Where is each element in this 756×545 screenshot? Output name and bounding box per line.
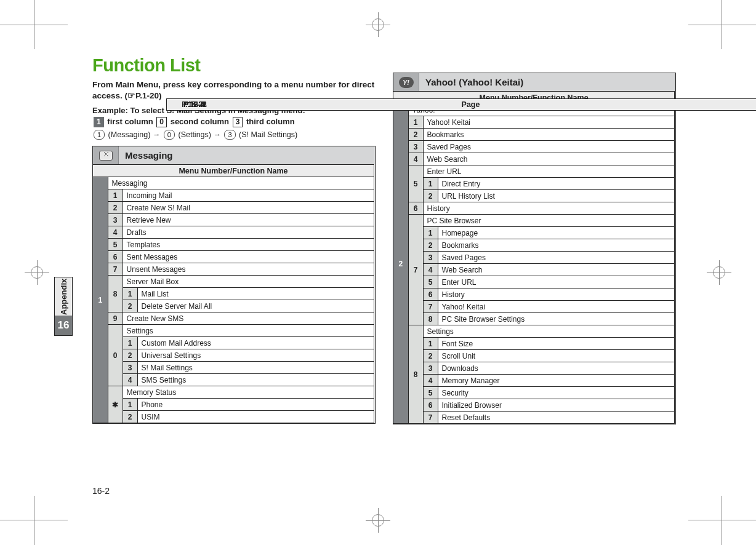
messaging-row: 7Unsent MessagesP.12-18 xyxy=(93,263,375,276)
key-2: 0 xyxy=(156,117,167,127)
messaging-row: 1Custom Mail AddressP.12-3 xyxy=(93,337,375,349)
row-name: Create New S! Mail xyxy=(123,202,374,214)
row-num-l1: 1 xyxy=(408,116,423,129)
chapter-tab-number: 16 xyxy=(55,316,72,335)
messaging-header-row: Menu Number/Function Name Page xyxy=(93,165,375,177)
yahoo-row: 3Saved PagesP.13-8 xyxy=(393,252,675,264)
flow-label-1: (Messaging) xyxy=(108,130,151,139)
row-num-l2: 2 xyxy=(423,239,438,252)
yahoo-icon: Y! xyxy=(399,77,414,88)
row-num-l2: 6 xyxy=(423,288,438,301)
yahoo-row: 6Initialized BrowserP.15-23 xyxy=(393,399,675,412)
row-name: Delete Server Mail All xyxy=(137,300,374,312)
flow-key-1: 1 xyxy=(94,130,105,140)
messaging-row: 2Delete Server Mail AllP.12-18 xyxy=(93,300,375,312)
messaging-table: Menu Number/Function Name Page 1Messagin… xyxy=(93,164,375,423)
row-name: S! Mail Settings xyxy=(137,362,374,374)
yahoo-row: 5Enter URL– xyxy=(393,165,675,178)
page-title: Function List xyxy=(92,55,376,76)
messaging-row: ✱Memory Status– xyxy=(93,386,375,399)
row-num-l2: 4 xyxy=(123,374,137,386)
row-name: Saved Pages xyxy=(438,252,675,264)
row-num-l2: 5 xyxy=(423,387,438,399)
row-name: Universal Settings xyxy=(137,349,374,362)
row-name: Memory Manager xyxy=(438,375,675,387)
row-num-l2: 3 xyxy=(423,362,438,375)
yahoo-row: 2BookmarksP.13-8 xyxy=(393,239,675,252)
yahoo-row: 8Settings– xyxy=(393,325,675,338)
messaging-row: 0Settings– xyxy=(93,325,375,337)
row-num-l2: 2 xyxy=(423,190,438,202)
row-num-l2: 3 xyxy=(123,362,137,374)
key-2-text: second column xyxy=(171,117,229,126)
row-num-l2: 4 xyxy=(423,375,438,387)
row-num-l2: 2 xyxy=(123,300,137,312)
yahoo-row: 6HistoryP.13-5 xyxy=(393,288,675,301)
row-num-l0: 2 xyxy=(393,104,408,424)
row-num-l1: 0 xyxy=(108,325,123,386)
row-name: Font Size xyxy=(438,338,675,350)
messaging-row: 1Mail ListP.12-17 xyxy=(93,288,375,300)
yahoo-row: 1Direct EntryP.13-4 xyxy=(393,178,675,190)
yahoo-table: Menu Number/Function Name Page 2Yahoo!–1… xyxy=(393,91,675,424)
row-num-l2: 1 xyxy=(423,178,438,190)
row-name: Yahoo! Keitai xyxy=(423,116,675,129)
row-num-l1: 7 xyxy=(108,263,123,276)
yahoo-row: 5SecurityP.15-22 xyxy=(393,387,675,399)
row-name: Incoming Mail xyxy=(123,189,374,202)
yahoo-row: 3Saved PagesP.13-8 xyxy=(393,141,675,153)
row-name: Mail List xyxy=(137,288,374,300)
header-name: Menu Number/Function Name xyxy=(93,165,374,177)
row-num-l1: 2 xyxy=(108,202,123,214)
row-num-l1: 3 xyxy=(108,214,123,226)
row-num-l0: 1 xyxy=(93,177,108,423)
row-name: Settings xyxy=(123,325,374,337)
mail-icon-cell xyxy=(93,146,119,164)
row-num-l1: 5 xyxy=(108,239,123,251)
messaging-row: 2Create New S! MailP.12-4 xyxy=(93,202,375,214)
row-name: Saved Pages xyxy=(423,141,675,153)
messaging-row: 1PhoneP.12-3 xyxy=(93,399,375,411)
flow-arrow-1: → xyxy=(153,130,161,139)
row-num-l2: 2 xyxy=(123,411,137,423)
key-1-text: first column xyxy=(107,117,153,126)
row-name: Bookmarks xyxy=(423,129,675,141)
messaging-row: 1Messaging– xyxy=(93,177,375,189)
row-name: PC Site Browser xyxy=(423,215,675,227)
row-num-l2: 7 xyxy=(423,301,438,313)
flow-key-2: 0 xyxy=(164,130,175,140)
row-num-l1: 4 xyxy=(108,226,123,239)
page-number: 16-2 xyxy=(92,486,110,496)
messaging-row: 3S! Mail SettingsP.15-19 xyxy=(93,362,375,374)
row-name: Templates xyxy=(123,239,374,251)
row-name: USIM xyxy=(137,411,374,423)
row-num-l1: 6 xyxy=(108,251,123,263)
key-1: 1 xyxy=(94,117,104,127)
row-num-l1: 3 xyxy=(408,141,423,153)
row-num-l1: ✱ xyxy=(108,386,123,423)
row-num-l1: 9 xyxy=(108,312,123,325)
flow-arrow-2: → xyxy=(213,130,221,139)
yahoo-row: 2URL History ListP.13-4 xyxy=(393,190,675,202)
row-name: Bookmarks xyxy=(438,239,675,252)
yahoo-row: 1Font SizeP.15-21 xyxy=(393,338,675,350)
row-num-l2: 2 xyxy=(423,350,438,362)
row-num-l2: 8 xyxy=(423,313,438,325)
header-page-y: Page xyxy=(393,98,676,111)
key-3-text: third column xyxy=(246,117,295,126)
yahoo-row: 3DownloadsP.15-21 xyxy=(393,362,675,375)
row-name: Retrieve New xyxy=(123,214,374,226)
messaging-row: 4DraftsP.12-18 xyxy=(93,226,375,239)
row-num-l2: 1 xyxy=(423,338,438,350)
yahoo-row: 4Web SearchP.13-5 xyxy=(393,264,675,276)
yahoo-row: 4Memory ManagerP.15-22 xyxy=(393,375,675,387)
row-name: Initialized Browser xyxy=(438,399,675,412)
row-name: Enter URL xyxy=(438,276,675,288)
row-num-l2: 3 xyxy=(423,252,438,264)
messaging-row: 2Universal SettingsP.15-18 xyxy=(93,349,375,362)
yahoo-box: Y! Yahoo! (Yahoo! Keitai) Menu Number/Fu… xyxy=(393,73,676,424)
row-name: Yahoo! Keitai xyxy=(438,301,675,313)
row-name: Settings xyxy=(423,325,675,338)
row-name: Web Search xyxy=(438,264,675,276)
row-name: Security xyxy=(438,387,675,399)
